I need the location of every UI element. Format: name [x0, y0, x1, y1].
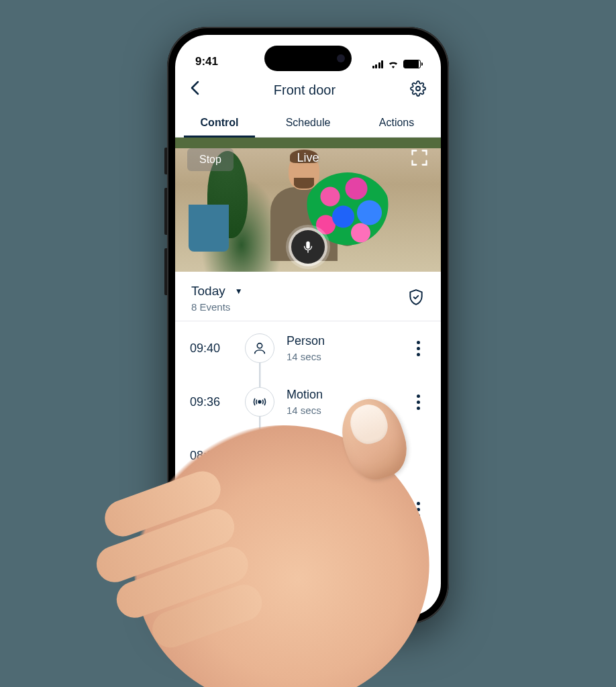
date-selector-label: Today [191, 284, 225, 299]
event-duration: 14 secs [287, 351, 398, 362]
svg-point-4 [257, 451, 262, 456]
video-stop-button[interactable]: Stop [187, 148, 234, 171]
event-time: 08:32 [190, 449, 233, 463]
person-icon [245, 333, 274, 363]
shield-button[interactable] [407, 288, 425, 309]
event-list[interactable]: 09:40 Person 14 secs 09:36 [175, 321, 441, 616]
event-type: M [287, 556, 398, 570]
phone-screen: 9:41 Front door Control Schedule Actions [175, 35, 441, 616]
event-more-button[interactable] [410, 556, 426, 571]
event-more-button[interactable] [410, 341, 426, 356]
battery-icon [403, 60, 421, 68]
svg-point-5 [258, 562, 261, 564]
status-time: 9:41 [195, 55, 218, 68]
phone-frame: 9:41 Front door Control Schedule Actions [167, 27, 449, 624]
cellular-icon [372, 60, 384, 68]
person-icon [245, 441, 274, 470]
event-row[interactable]: 09:36 Motion 14 secs [175, 375, 441, 429]
events-header: Today ▼ 8 Events [175, 272, 441, 321]
event-time: 07:56 [190, 556, 233, 570]
event-type: Person [287, 334, 398, 348]
talk-button[interactable] [291, 230, 325, 264]
live-video-preview[interactable]: Stop Live [175, 138, 441, 272]
svg-point-3 [258, 401, 261, 403]
event-row[interactable]: 09:40 Person 14 secs [175, 321, 441, 375]
event-row[interactable]: 07:56 M [175, 536, 441, 590]
settings-button[interactable] [410, 81, 426, 99]
event-type: Motion [287, 388, 398, 402]
event-more-button[interactable] [410, 394, 426, 410]
svg-point-0 [416, 87, 420, 91]
live-indicator: Live [297, 151, 319, 165]
tab-bar: Control Schedule Actions [175, 109, 441, 138]
event-type: Person [287, 445, 426, 459]
events-count: 8 Events [191, 301, 243, 313]
video-scene-planter [189, 205, 229, 252]
tab-schedule[interactable]: Schedule [264, 109, 352, 137]
status-right [372, 60, 421, 68]
motion-icon [245, 548, 274, 578]
event-time: 08:12 [190, 503, 233, 517]
event-progress-bar [287, 464, 327, 467]
wifi-icon [387, 60, 399, 68]
page-title: Front door [274, 83, 336, 98]
event-more-button[interactable] [410, 502, 426, 517]
event-duration: 14 secs [287, 512, 398, 523]
dynamic-island [264, 46, 352, 71]
tab-control[interactable]: Control [175, 109, 264, 137]
event-time: 09:36 [190, 395, 233, 409]
event-duration: 14 secs [287, 405, 398, 416]
svg-point-2 [257, 344, 262, 348]
date-selector[interactable]: Today ▼ [191, 284, 243, 299]
chevron-down-icon: ▼ [235, 286, 243, 296]
svg-rect-1 [306, 242, 310, 249]
event-row[interactable]: 08:12 Sound 14 secs [175, 482, 441, 536]
page-header: Front door [175, 71, 441, 109]
event-type: Sound [287, 495, 398, 509]
tab-actions[interactable]: Actions [352, 109, 441, 137]
motion-icon [245, 387, 274, 417]
fullscreen-button[interactable] [410, 148, 429, 167]
sound-icon [245, 494, 274, 524]
event-time: 09:40 [190, 341, 233, 356]
event-row[interactable]: 08:32 Person [175, 429, 441, 482]
back-button[interactable] [190, 81, 199, 99]
